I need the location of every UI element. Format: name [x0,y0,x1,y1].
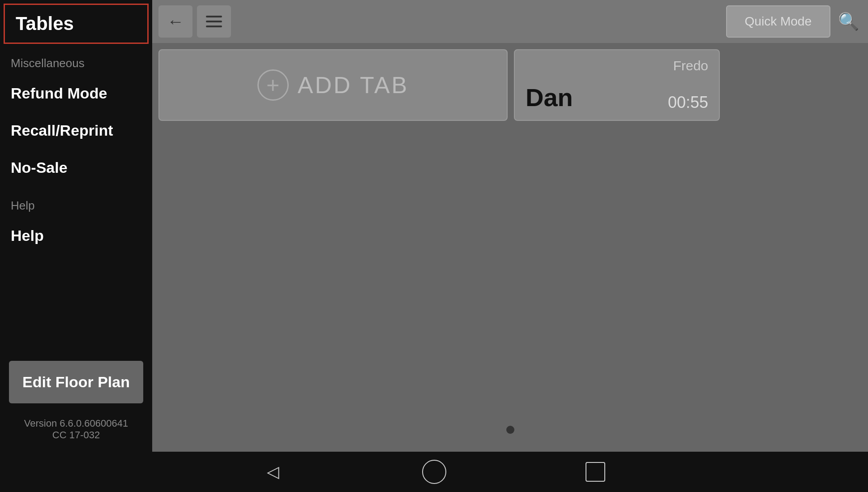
menu-button[interactable] [197,5,231,38]
add-tab-icon: + [257,69,289,101]
nav-home-button[interactable] [421,458,448,485]
sidebar-item-help[interactable]: Help [0,217,152,254]
search-icon: 🔍 [838,12,859,31]
sidebar: Tables Miscellaneous Refund Mode Recall/… [0,0,152,452]
main-content: ← Quick Mode 🔍 + ADD TAB [152,0,868,452]
sidebar-section-miscellaneous: Miscellaneous [0,44,152,75]
sidebar-section-help: Help [0,186,152,217]
nav-recent-icon [586,462,605,482]
pagination-dot-1 [506,426,514,434]
back-arrow-icon: ← [167,12,184,31]
sidebar-title-box: Tables [4,4,149,44]
add-tab-label: ADD TAB [298,72,409,98]
pagination [506,426,514,434]
back-button[interactable]: ← [158,5,192,38]
toolbar: ← Quick Mode 🔍 [152,0,868,43]
version-info: Version 6.6.0.60600641 CC 17-032 [0,411,152,452]
nav-recent-button[interactable] [582,458,609,485]
tab-card-server: Fredo [526,58,708,73]
tab-card-time: 00:55 [668,93,708,112]
sidebar-title: Tables [16,13,74,34]
search-button[interactable]: 🔍 [835,5,862,38]
nav-back-icon: ◁ [267,462,279,481]
tab-card-bottom: Dan 00:55 [526,83,708,112]
sidebar-item-recall-reprint[interactable]: Recall/Reprint [0,112,152,149]
edit-floor-plan-button[interactable]: Edit Floor Plan [9,361,143,403]
tabs-area: + ADD TAB Fredo Dan 00:55 [152,43,868,452]
nav-home-icon [422,460,446,484]
quick-mode-button[interactable]: Quick Mode [726,5,830,38]
tab-card-dan[interactable]: Fredo Dan 00:55 [514,49,720,121]
tabs-row: + ADD TAB Fredo Dan 00:55 [158,49,862,121]
version-line1: Version 6.6.0.60600641 [0,418,152,429]
sidebar-item-refund-mode[interactable]: Refund Mode [0,75,152,112]
add-tab-card[interactable]: + ADD TAB [158,49,508,121]
bottom-nav: ◁ [0,452,868,492]
nav-back-button[interactable]: ◁ [260,458,286,485]
sidebar-item-no-sale[interactable]: No-Sale [0,149,152,186]
hamburger-icon [206,16,222,27]
version-line2: CC 17-032 [0,429,152,441]
tab-card-table-name: Dan [526,83,573,112]
